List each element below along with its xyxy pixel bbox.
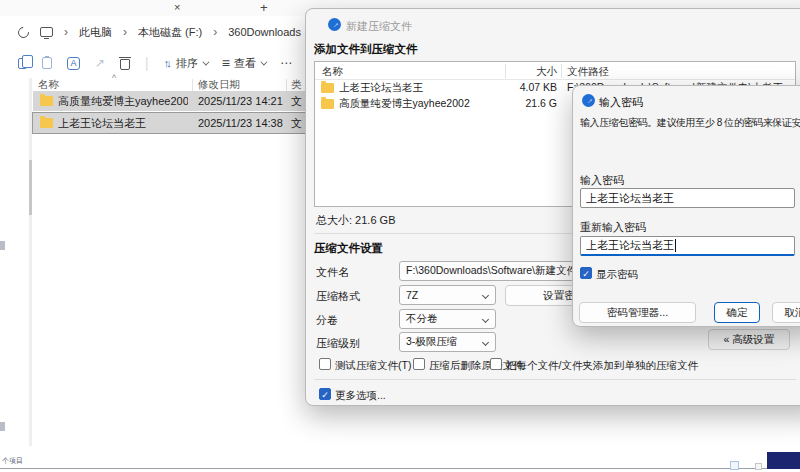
column-divider[interactable]	[192, 79, 193, 91]
chevron-down-icon	[482, 339, 489, 346]
chevron-down-icon	[260, 58, 267, 65]
column-size[interactable]: 大小	[511, 65, 557, 79]
column-date-modified[interactable]: 修改日期	[198, 78, 240, 92]
enter-password-dialog: → 输入密码 输入压缩包密码。建议使用至少 8 位的密码来保证安全性。 输入密码…	[572, 85, 800, 327]
archive-list-header: 名称 大小 文件路径	[315, 62, 795, 80]
sort-button[interactable]: ↑↓ 排序	[164, 56, 207, 71]
tab-close-icon[interactable]: ×	[174, 1, 180, 13]
column-divider[interactable]	[505, 64, 506, 78]
more-options-checkbox[interactable]: ✓	[319, 388, 331, 400]
file-name: 高质量纯爱博主yayhee2002	[339, 97, 470, 111]
taskbar-mini-window[interactable]	[730, 461, 739, 470]
file-name: 上老王论坛当老王	[58, 116, 146, 131]
separate-archives-checkbox[interactable]	[490, 358, 502, 370]
folder-icon	[40, 118, 53, 128]
view-button[interactable]: ≡ 查看	[222, 55, 265, 71]
reenter-password-value: 上老王论坛当老王	[586, 238, 674, 253]
taskbar-app-corner[interactable]	[767, 452, 800, 469]
delete-icon[interactable]	[120, 59, 130, 70]
level-value: 3-极限压缩	[406, 335, 457, 349]
chevron-down-icon	[202, 58, 209, 65]
copy-icon[interactable]	[18, 58, 27, 69]
breadcrumb-360downloads[interactable]: 360Downloads	[228, 26, 301, 38]
breadcrumb-separator: ›	[64, 25, 68, 39]
column-type[interactable]: 类	[291, 78, 302, 92]
password-input[interactable]: 上老王论坛当老王	[580, 188, 795, 208]
password-manager-button[interactable]: 密码管理器...	[579, 302, 696, 323]
more-options-icon[interactable]: ⋯	[280, 56, 292, 70]
column-divider[interactable]	[286, 79, 287, 91]
more-options-label: 更多选项...	[335, 389, 386, 403]
status-bar: 个项目	[2, 456, 23, 466]
file-row-laowang[interactable]: 上老王论坛当老王 2025/11/23 14:38 文	[33, 113, 305, 133]
volume-select[interactable]: 不分卷	[399, 309, 496, 329]
password-value: 上老王论坛当老王	[586, 191, 674, 206]
reenter-password-input[interactable]: 上老王论坛当老王	[580, 236, 795, 256]
file-date: 2025/11/23 14:38	[198, 117, 283, 129]
advanced-settings-button[interactable]: « 高级设置	[708, 329, 790, 350]
password-dialog-icon: →	[582, 94, 595, 107]
add-files-section-title: 添加文件到压缩文件	[314, 42, 418, 57]
reenter-password-label: 重新输入密码	[580, 220, 646, 235]
delete-original-checkbox[interactable]	[413, 358, 425, 370]
file-name: 上老王论坛当老王	[339, 81, 423, 95]
test-archive-checkbox[interactable]	[319, 358, 331, 370]
view-lines-icon: ≡	[222, 55, 230, 71]
chevron-down-icon	[482, 292, 489, 299]
show-password-label: 显示密码	[596, 268, 638, 282]
share-icon[interactable]: ↗	[95, 56, 105, 70]
file-type: 文	[291, 94, 302, 109]
enter-password-label: 输入密码	[580, 173, 624, 188]
scrollbar-thumb[interactable]	[29, 160, 32, 215]
column-name[interactable]: 名称	[322, 65, 343, 79]
chevron-down-icon	[482, 316, 489, 323]
folder-icon	[40, 96, 53, 106]
nav-pane-scrollbar[interactable]	[29, 78, 32, 446]
format-value: 7Z	[406, 289, 418, 301]
column-name[interactable]: 名称	[38, 78, 59, 92]
new-tab-icon[interactable]: +	[260, 0, 268, 15]
test-archive-label: 测试压缩文件(T)	[335, 359, 411, 373]
level-select[interactable]: 3-极限压缩	[399, 332, 496, 352]
folder-icon	[321, 99, 334, 109]
level-label: 压缩级别	[316, 336, 360, 351]
breadcrumb-this-pc[interactable]: 此电脑	[79, 25, 112, 40]
taskbar-mini-window[interactable]	[755, 463, 762, 470]
breadcrumb-drive-f[interactable]: 本地磁盘 (F:)	[138, 25, 202, 40]
format-select[interactable]: 7Z	[399, 285, 496, 305]
ok-button[interactable]: 确定	[714, 302, 760, 323]
file-size: 4.07 KB	[491, 81, 557, 93]
clipped-nav-text	[0, 422, 5, 431]
password-hint-text: 输入压缩包密码。建议使用至少 8 位的密码来保证安全性。	[580, 116, 800, 130]
file-row-yayhee2002[interactable]: 高质量纯爱博主yayhee2002 2025/11/23 14:21 文	[33, 91, 305, 111]
file-date: 2025/11/23 14:21	[198, 95, 283, 107]
toolbar-divider: |	[145, 55, 149, 71]
sort-caret-icon: ^	[112, 73, 116, 83]
taskbar-edge	[0, 468, 800, 469]
column-path[interactable]: 文件路径	[567, 65, 609, 79]
file-name: 高质量纯爱博主yayhee2002	[58, 94, 188, 109]
explorer-toolbar: A ↗ | ↑↓ 排序 ≡ 查看 ⋯	[0, 50, 305, 76]
column-divider[interactable]	[561, 64, 562, 78]
volume-label: 分卷	[316, 313, 338, 328]
cancel-button[interactable]: 取消	[772, 302, 800, 323]
breadcrumb: › 此电脑 › 本地磁盘 (F:) › 360Downloads ›	[0, 20, 316, 44]
sort-label: 排序	[176, 56, 198, 71]
file-type: 文	[291, 116, 302, 131]
dialog-title: 新建压缩文件	[346, 19, 412, 34]
breadcrumb-separator: ›	[213, 25, 217, 39]
file-size: 21.6 G	[491, 97, 557, 109]
sort-arrows-icon: ↑↓	[164, 57, 169, 69]
rename-icon[interactable]: A	[67, 57, 80, 70]
divider	[314, 379, 796, 380]
show-password-checkbox[interactable]: ✓	[580, 267, 592, 279]
archive-app-icon: →	[328, 18, 341, 31]
filename-label: 文件名	[316, 265, 349, 280]
text-cursor	[675, 239, 676, 252]
paste-icon[interactable]	[42, 57, 52, 69]
refresh-icon[interactable]	[16, 24, 31, 39]
settings-section-title: 压缩文件设置	[314, 241, 383, 256]
separate-archives-label: 把每个文件/文件夹添加到单独的压缩文件	[506, 359, 698, 373]
folder-icon	[321, 83, 334, 93]
volume-value: 不分卷	[406, 312, 438, 326]
